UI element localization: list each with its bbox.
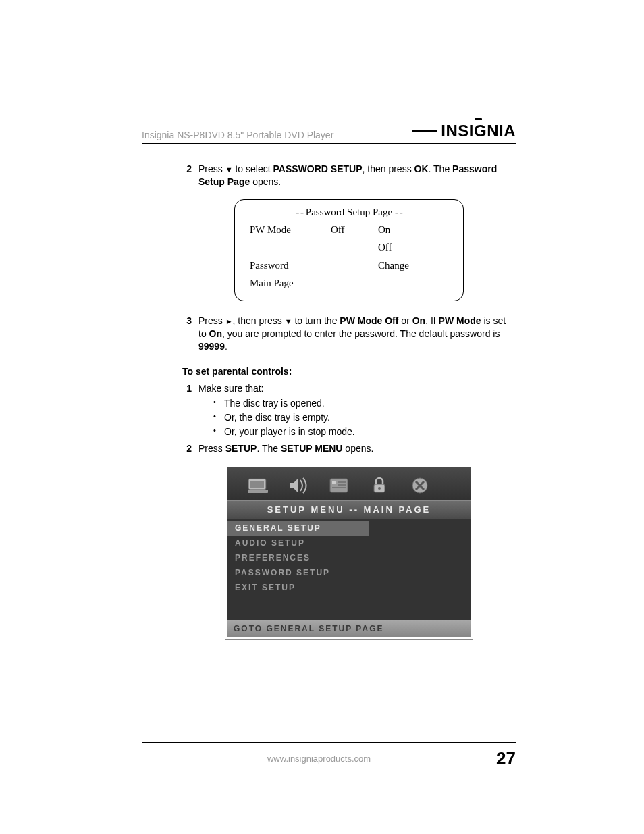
general-setup-icon xyxy=(244,476,271,495)
right-arrow-icon: ► xyxy=(225,317,233,325)
menu-item-general: GENERAL SETUP xyxy=(227,521,369,536)
content: 2 Press ▼ to select PASSWORD SETUP, then… xyxy=(142,163,516,640)
preferences-icon xyxy=(325,476,352,495)
list-item: Or, your player is in stop mode. xyxy=(213,425,516,438)
svg-rect-5 xyxy=(338,481,346,483)
step-number: 1 xyxy=(182,382,198,395)
menu-item-password: PASSWORD SETUP xyxy=(227,565,471,580)
setup-banner: SETUP MENU -- MAIN PAGE xyxy=(227,500,471,519)
down-arrow-icon: ▼ xyxy=(285,317,292,325)
bullet-list: The disc tray is opened. Or, the disc tr… xyxy=(182,397,516,438)
product-title: Insignia NS-P8DVD 8.5" Portable DVD Play… xyxy=(142,130,333,140)
setup-icon-row xyxy=(227,467,471,500)
step-number: 2 xyxy=(182,163,198,188)
section-heading: To set parental controls: xyxy=(182,365,516,378)
pw-row: Main Page xyxy=(250,276,448,290)
svg-rect-7 xyxy=(332,487,346,488)
svg-rect-1 xyxy=(250,481,264,488)
down-arrow-icon: ▼ xyxy=(225,165,233,174)
brand-logo: INSIGNIA xyxy=(423,122,516,140)
svg-rect-4 xyxy=(332,481,336,484)
setup-menu-list: GENERAL SETUP AUDIO SETUP PREFERENCES PA… xyxy=(227,519,471,620)
pw-row: PW Mode Off On xyxy=(250,223,448,236)
step-3: 3 Press ►, then press ▼ to turn the PW M… xyxy=(182,315,516,353)
step-2: 2 Press ▼ to select PASSWORD SETUP, then… xyxy=(182,163,516,188)
step-text: Press ▼ to select PASSWORD SETUP, then p… xyxy=(198,163,516,188)
menu-item-exit: EXIT SETUP xyxy=(227,580,471,595)
exit-setup-icon xyxy=(406,476,433,495)
pw-row: Password Change xyxy=(250,259,448,272)
list-item: Or, the disc tray is empty. xyxy=(213,411,516,424)
footer-url: www.insigniaproducts.com xyxy=(142,754,496,764)
page-footer: www.insigniaproducts.com 27 xyxy=(142,742,516,769)
step-1-parental: 1 Make sure that: xyxy=(182,382,516,395)
step-number: 2 xyxy=(182,442,198,455)
menu-item-preferences: PREFERENCES xyxy=(227,550,471,565)
list-item: The disc tray is opened. xyxy=(213,397,516,410)
pw-row: Off xyxy=(250,240,448,254)
setup-menu-screenshot: SETUP MENU -- MAIN PAGE GENERAL SETUP AU… xyxy=(225,465,473,640)
svg-rect-6 xyxy=(338,484,346,486)
step-text: Press SETUP. The SETUP MENU opens. xyxy=(198,442,516,455)
svg-point-9 xyxy=(378,487,381,490)
audio-setup-icon xyxy=(285,476,312,495)
password-setup-page-box: - - Password Setup Page - - PW Mode Off … xyxy=(234,199,464,301)
setup-footer-bar: GOTO GENERAL SETUP PAGE xyxy=(227,620,471,637)
menu-item-audio: AUDIO SETUP xyxy=(227,536,471,550)
svg-rect-2 xyxy=(248,490,268,493)
page-number: 27 xyxy=(496,748,516,769)
step-text: Press ►, then press ▼ to turn the PW Mod… xyxy=(198,315,516,353)
password-setup-icon xyxy=(366,476,393,495)
step-text: Make sure that: xyxy=(198,382,516,395)
step-number: 3 xyxy=(182,315,198,353)
pw-box-title: - - Password Setup Page - - xyxy=(250,205,448,219)
step-2-parental: 2 Press SETUP. The SETUP MENU opens. xyxy=(182,442,516,455)
page-header: Insignia NS-P8DVD 8.5" Portable DVD Play… xyxy=(142,122,516,144)
